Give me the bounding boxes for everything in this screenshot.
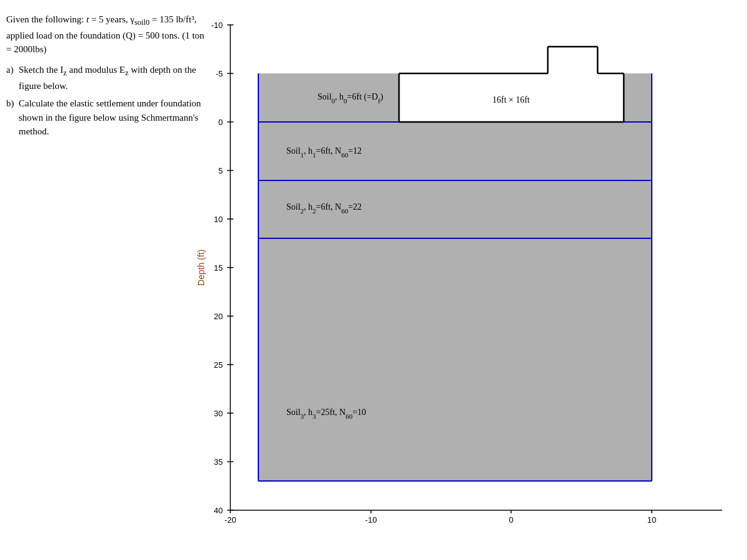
part-a-label: a) [6,63,19,77]
ylabel-30: 30 [214,409,223,418]
ylabel--5: -5 [215,69,223,78]
chart-area: 16ft × 16ft -10 -5 0 5 10 15 20 [193,6,741,548]
xlabel--20: -20 [225,515,237,525]
xlabel-0: 0 [509,515,513,525]
ylabel-10: 10 [214,215,223,224]
ylabel-40: 40 [214,506,223,515]
ylabel-25: 25 [214,360,223,370]
soil3-layer [258,238,652,481]
xlabel--10: -10 [365,515,377,525]
ylabel-5: 5 [218,166,223,175]
ylabel-0: 0 [218,118,223,127]
part-a-content: Sketch the Iz and modulus Ez with depth … [19,63,205,93]
soil-diagram: 16ft × 16ft -10 -5 0 5 10 15 20 [193,6,741,548]
ylabel--10: -10 [211,21,223,30]
foundation-label: 16ft × 16ft [492,95,530,105]
part-b-label: b) [6,96,19,111]
part-b: b) Calculate the elastic settlement unde… [6,96,205,139]
y-axis-label: Depth (ft) [196,250,206,286]
part-b-content: Calculate the elastic settlement under f… [19,96,205,139]
problem-statement: Given the following: t = 5 years, γsoil0… [6,12,205,142]
ylabel-20: 20 [214,312,223,321]
ylabel-15: 15 [214,263,223,273]
ylabel-35: 35 [214,457,223,467]
given-text: Given the following: t = 5 years, γsoil0… [6,12,205,57]
part-a: a) Sketch the Iz and modulus Ez with dep… [6,63,205,93]
xlabel-10: 10 [647,515,656,525]
